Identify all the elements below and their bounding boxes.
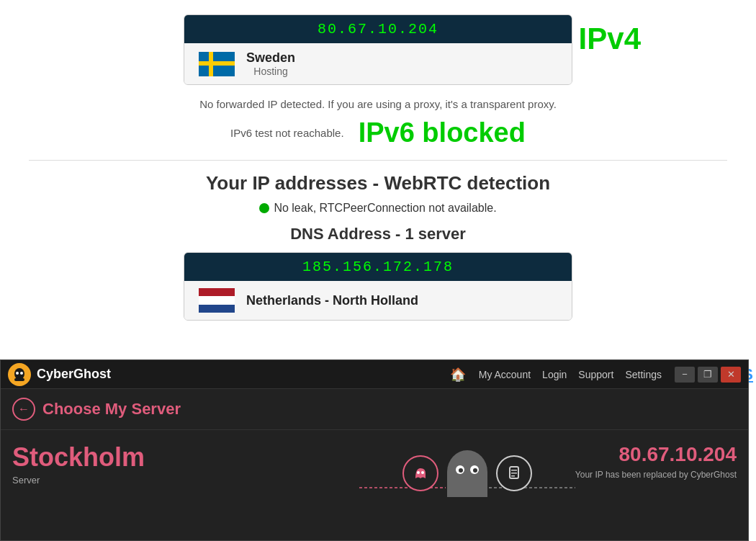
ipv6-row: IPv6 test not reachable. IPv6 blocked <box>29 117 727 148</box>
cyberghost-icon <box>8 363 31 386</box>
netherlands-flag <box>199 288 235 313</box>
svg-rect-3 <box>14 378 24 381</box>
server-info: Stockholm Server <box>1 430 748 541</box>
svg-point-1 <box>16 372 19 375</box>
svg-point-0 <box>14 368 24 380</box>
dns-address-header: 185.156.172.178 <box>184 253 572 281</box>
ipv4-label: IPv4 <box>579 22 641 56</box>
dns-card: 185.156.172.178 Netherlands - North Holl… <box>184 252 572 321</box>
sweden-flag <box>199 52 235 76</box>
cg-main-content: ← Choose My Server Stockholm Server <box>1 389 748 541</box>
brand-text: CyberGhost <box>37 367 111 382</box>
home-icon[interactable]: 🏠 <box>450 367 466 383</box>
cyberghost-window: CyberGhost 🏠 My Account Login Support Se… <box>0 359 749 541</box>
titlebar-nav: 🏠 My Account Login Support Settings <box>450 367 666 383</box>
back-nav: ← Choose My Server <box>1 389 748 430</box>
server-ip-desc: Your IP has been replaced by CyberGhost <box>575 469 737 481</box>
webrtc-status: No leak, RTCPeerConnection not available… <box>29 202 727 215</box>
green-status-dot <box>259 203 269 213</box>
svg-rect-15 <box>511 470 517 471</box>
ip-country-info: Sweden Hosting <box>246 50 295 77</box>
minimize-button[interactable]: − <box>675 367 695 383</box>
no-forwarded-text: No forwarded IP detected. If you are usi… <box>29 98 727 110</box>
ipv6-blocked-label: IPv6 blocked <box>359 117 526 148</box>
right-icon-bubble <box>496 455 532 491</box>
country-name: Sweden <box>246 50 295 66</box>
choose-server-label[interactable]: Choose My Server <box>42 400 181 419</box>
svg-point-12 <box>459 468 463 473</box>
webrtc-heading: Your IP addresses - WebRTC detection <box>29 172 727 195</box>
section-divider-1 <box>29 160 727 161</box>
svg-point-13 <box>473 468 477 473</box>
center-illustration <box>359 444 575 538</box>
titlebar-controls: − ❐ ✕ <box>675 367 741 383</box>
server-ip: 80.67.10.204 <box>575 444 737 465</box>
ipv6-not-reachable: IPv6 test not reachable. <box>230 127 344 139</box>
webrtc-status-text: No leak, RTCPeerConnection not available… <box>274 202 496 215</box>
svg-point-6 <box>417 471 420 474</box>
nav-my-account[interactable]: My Account <box>474 367 535 382</box>
server-city: Stockholm <box>12 444 359 470</box>
dns-country-name: Netherlands - North Holland <box>246 293 418 308</box>
titlebar: CyberGhost 🏠 My Account Login Support Se… <box>1 360 748 389</box>
close-button[interactable]: ✕ <box>721 367 741 383</box>
nav-login[interactable]: Login <box>538 367 571 382</box>
dns-heading: DNS Address - 1 server <box>29 225 727 243</box>
server-right: 80.67.10.204 Your IP has been replaced b… <box>575 444 737 481</box>
web-content: 80.67.10.204 Sweden Hosting IPv4 No forw… <box>0 0 756 360</box>
svg-rect-9 <box>447 472 487 497</box>
country-type: Hosting <box>246 66 295 77</box>
server-label: Server <box>12 475 359 486</box>
ghost-illustration <box>438 444 496 512</box>
back-arrow-button[interactable]: ← <box>12 398 35 421</box>
ip-address-header: 80.67.10.204 <box>184 15 572 43</box>
ip-card: 80.67.10.204 Sweden Hosting <box>184 14 572 85</box>
svg-point-7 <box>421 471 424 474</box>
left-icon-bubble <box>402 455 438 491</box>
svg-rect-16 <box>511 473 517 474</box>
cyberghost-logo: CyberGhost <box>8 363 111 386</box>
svg-point-2 <box>20 372 23 375</box>
nav-support[interactable]: Support <box>574 367 618 382</box>
restore-button[interactable]: ❐ <box>698 367 718 383</box>
svg-rect-17 <box>511 475 515 477</box>
server-left: Stockholm Server <box>12 444 359 486</box>
nav-settings[interactable]: Settings <box>621 367 666 382</box>
